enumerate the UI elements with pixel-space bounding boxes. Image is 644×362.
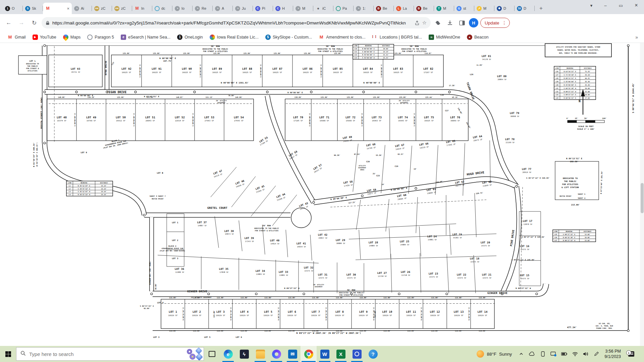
browser-tab[interactable]: ONEzC <box>112 3 132 14</box>
browser-tab[interactable]: TM <box>434 3 454 14</box>
reload-button[interactable]: ↻ <box>29 17 40 28</box>
bookmark-item[interactable]: ⠇⠇Locations | BGRS tal... <box>370 33 425 41</box>
lot-area: 16825 SF <box>243 71 252 73</box>
back-button[interactable]: ← <box>3 17 14 28</box>
bookmarks-overflow-chevron[interactable]: » <box>635 35 638 40</box>
tab-title: Pa <box>342 6 347 10</box>
bookmark-item[interactable]: Maps <box>60 33 84 41</box>
minimize-button[interactable]: – <box>598 0 613 11</box>
plat-map-image[interactable]: UTILITY SYSTEMS FOR SANITARY SEWER, STOR… <box>0 43 644 346</box>
lot-area: 16034 SF <box>297 246 306 248</box>
taskbar-app-chrome[interactable] <box>301 346 317 362</box>
cloud-icon[interactable] <box>529 350 535 358</box>
browser-tab[interactable]: SSk <box>23 3 43 14</box>
bookmark-item[interactable]: ≈MidWestOne <box>426 33 463 41</box>
forward-button[interactable]: → <box>16 17 27 28</box>
downloads-icon[interactable] <box>445 18 455 28</box>
display-connect-icon[interactable] <box>550 350 557 358</box>
notification-center-button[interactable]: 1 <box>626 351 637 357</box>
profile-avatar[interactable]: H <box>469 18 478 27</box>
map-annotation: 50' ROW <box>410 45 419 47</box>
taskbar-app-excel[interactable]: X <box>333 346 349 362</box>
wifi-icon[interactable] <box>572 350 578 358</box>
browser-tab[interactable]: ◔M <box>293 3 313 14</box>
browser-tab[interactable]: Gst <box>454 3 474 14</box>
browser-tab[interactable]: ONEzC <box>92 3 112 14</box>
taskbar-app-edge[interactable]: e <box>220 346 236 362</box>
browser-tab[interactable]: CPi <box>253 3 273 14</box>
chrome-update-button[interactable]: Update ⋮ <box>480 18 510 28</box>
start-button[interactable] <box>0 346 16 362</box>
browser-tab[interactable]: ◔A <box>213 3 233 14</box>
battery-icon[interactable] <box>561 350 568 358</box>
side-panel-icon[interactable] <box>457 18 467 28</box>
close-button[interactable]: × <box>629 0 644 11</box>
browser-tab[interactable]: ◔Ai <box>72 3 92 14</box>
tab-search-chevron-icon[interactable]: ▾ <box>585 0 598 11</box>
maximize-button[interactable]: ▭ <box>613 0 629 11</box>
browser-tab[interactable]: CH <box>273 3 293 14</box>
phone-link-icon[interactable] <box>539 350 546 358</box>
browser-tab[interactable]: BBe <box>374 3 394 14</box>
pen-icon[interactable] <box>593 350 600 358</box>
browser-tab[interactable]: 1O <box>3 3 23 14</box>
browser-tab[interactable]: BBe <box>414 3 434 14</box>
tab-close-icon[interactable]: × <box>67 6 69 11</box>
lot-number: LOT 89 <box>212 67 222 70</box>
browser-tab[interactable]: StD <box>515 3 535 14</box>
bookmark-item[interactable]: Iowa Real Estate Lic... <box>207 33 261 41</box>
iowa-multicolor-icon <box>210 35 215 40</box>
bookmark-item[interactable]: MGmail <box>5 33 29 41</box>
taskbar-app-snagit-dark[interactable]: ϟ <box>236 346 252 362</box>
bookmark-item[interactable]: 1OneLogin <box>174 33 205 41</box>
bookmark-item[interactable]: ▲Beacon <box>464 33 491 41</box>
address-bar[interactable]: https://mail.google.com/mail/u/0/?zx=xg2… <box>42 17 431 28</box>
sun-weather-icon <box>477 350 484 358</box>
search-highlight-flower-image[interactable] <box>186 348 204 360</box>
scrollbar-thumb[interactable] <box>641 183 644 213</box>
tab-title: H <box>282 6 285 10</box>
browser-tab[interactable]: ❖D <box>494 3 515 14</box>
map-annotation: SHEET 4 <box>578 197 585 199</box>
taskbar-app-task-view[interactable] <box>204 346 220 362</box>
bookmark-item[interactable]: MAmendment to clos... <box>316 33 368 41</box>
chevron-up-icon[interactable] <box>518 350 525 358</box>
bookmark-item[interactable]: SSkySlope - Custom... <box>263 33 315 41</box>
taskbar-weather[interactable]: 88°F Sunny <box>474 350 515 358</box>
browser-tab[interactable]: LLa <box>394 3 414 14</box>
browser-tab[interactable]: ↗M <box>474 3 494 14</box>
browser-menu-dots-icon[interactable]: ⋮ <box>501 20 508 25</box>
taskbar-app-word[interactable]: W <box>317 346 333 362</box>
browser-tab[interactable]: ◔1: <box>354 3 374 14</box>
bookmark-star-icon[interactable]: ☆ <box>422 20 427 26</box>
taskbar-search[interactable] <box>16 347 204 361</box>
taskbar-app-file-explorer[interactable] <box>252 346 268 362</box>
search-input[interactable] <box>29 351 183 357</box>
taskbar-clock[interactable]: 3:56 PM 9/1/2023 <box>603 349 622 360</box>
bookmark-item[interactable]: eeSearch | Name Sea... <box>118 33 173 41</box>
new-tab-button[interactable]: + <box>537 4 545 13</box>
scrollbar[interactable] <box>640 43 644 346</box>
browser-tab[interactable]: M× <box>43 3 72 14</box>
volume-icon[interactable] <box>582 350 589 358</box>
bookmark-item[interactable]: ▶YouTube <box>30 33 59 41</box>
browser-tab[interactable]: ●iC <box>313 3 333 14</box>
taskbar-app-screen-recorder[interactable] <box>349 346 365 362</box>
taskbar-app-office-loop[interactable] <box>268 346 284 362</box>
table-cell: LINE <box>555 67 559 69</box>
url-text[interactable]: https://mail.google.com/mail/u/0/?zx=xg2… <box>52 20 412 25</box>
lot-dimension: 125.00' <box>183 52 191 54</box>
browser-tab[interactable]: Pa <box>333 3 354 14</box>
browser-tab[interactable]: MIn <box>132 3 152 14</box>
taskbar-app-outlook[interactable]: ✉ <box>284 346 301 362</box>
taskbar-app-get-help[interactable]: ? <box>365 346 381 362</box>
share-icon[interactable] <box>415 20 420 25</box>
browser-tab[interactable]: dc <box>152 3 172 14</box>
bookmark-item[interactable]: Paragon 5 <box>85 33 117 41</box>
lot-number: LOT 40 <box>270 239 280 242</box>
table-cell: 14.14' <box>383 51 389 53</box>
extensions-puzzle-icon[interactable] <box>433 18 443 28</box>
browser-tab[interactable]: ◔Io <box>172 3 193 14</box>
browser-tab[interactable]: ◔Re <box>193 3 213 14</box>
browser-tab[interactable]: ◔Ju <box>233 3 253 14</box>
